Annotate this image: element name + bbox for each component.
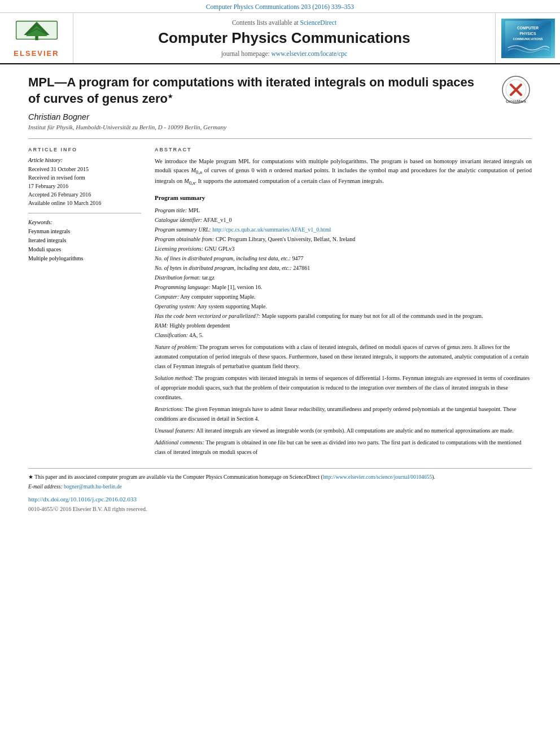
journal-header-center: Contents lists available at ScienceDirec…: [73, 13, 495, 63]
abstract-column: ABSTRACT We introduce the Maple program …: [155, 147, 532, 457]
ps-lines: No. of lines in distributed program, inc…: [155, 254, 532, 263]
history-revised-label: Received in revised form: [28, 173, 141, 182]
header-area: ELSEVIER Contents lists available at Sci…: [0, 13, 560, 64]
footnote-star: ★: [28, 474, 33, 480]
keyword-multiple: Multiple polylogarithms: [28, 254, 141, 263]
abstract-section-label: ABSTRACT: [155, 147, 532, 152]
ps-catalogue: Catalogue identifier: AFAE_v1_0: [155, 215, 532, 225]
svg-text:COMPUTER: COMPUTER: [517, 26, 538, 30]
affiliation: Institut für Physik, Humboldt-Universitä…: [28, 124, 532, 130]
author-name: Christian Bogner: [28, 112, 532, 121]
main-content: MPL—A program for computations with iter…: [0, 64, 560, 523]
footnote-link[interactable]: http://www.elsevier.com/science/journal/…: [323, 474, 432, 480]
ps-restrictions: Restrictions: The given Feynman integral…: [155, 404, 532, 423]
article-title-area: MPL—A program for computations with iter…: [28, 75, 532, 107]
contents-line: Contents lists available at ScienceDirec…: [232, 19, 336, 26]
ps-ram: RAM: Highly problem dependent: [155, 321, 532, 330]
email-link[interactable]: bogner@math.hu-berlin.de: [64, 484, 122, 490]
top-bar: Computer Physics Communications 203 (201…: [0, 0, 560, 13]
ps-obtainable: Program obtainable from: CPC Program Lib…: [155, 234, 532, 244]
ps-nature: Nature of problem: The program serves fo…: [155, 342, 532, 371]
elsevier-label: ELSEVIER: [14, 49, 59, 58]
history-revised-date: 17 February 2016: [28, 182, 141, 190]
keyword-iterated: Iterated integrals: [28, 236, 141, 245]
ps-bytes: No. of bytes in distributed program, inc…: [155, 263, 532, 273]
history-accepted: Accepted 26 February 2016: [28, 190, 141, 199]
copyright-text: 0010-4655/© 2016 Elsevier B.V. All right…: [28, 506, 532, 512]
ps-unusual: Unusual features: All iterated integrals…: [155, 426, 532, 435]
keyword-feynman: Feynman integrals: [28, 227, 141, 236]
keyword-moduli: Moduli spaces: [28, 245, 141, 254]
ps-format: Distribution format: tar.gz: [155, 273, 532, 282]
elsevier-logo-icon: [11, 19, 62, 47]
doi-link[interactable]: http://dx.doi.org/10.1016/j.cpc.2016.02.…: [28, 496, 137, 503]
article-info-label: ARTICLE INFO: [28, 147, 141, 152]
history-label: Article history:: [28, 157, 141, 163]
article-title-text: MPL—A program for computations with iter…: [28, 75, 474, 106]
ps-additional: Additional comments: The program is obta…: [155, 438, 532, 457]
ps-language: Programming language: Maple [1], version…: [155, 282, 532, 292]
sciencedirect-link[interactable]: ScienceDirect: [300, 19, 337, 26]
homepage-line: journal homepage: www.elsevier.com/locat…: [221, 50, 347, 57]
footnote-area: ★ This paper and its associated computer…: [28, 468, 532, 513]
article-history-section: Article history: Received 31 October 201…: [28, 157, 141, 213]
history-received: Received 31 October 2015: [28, 165, 141, 173]
journal-citation: Computer Physics Communications 203 (201…: [206, 3, 354, 10]
svg-text:PHYSICS: PHYSICS: [519, 31, 536, 35]
ps-os: Operating system: Any system supporting …: [155, 302, 532, 311]
homepage-link[interactable]: www.elsevier.com/locate/cpc: [272, 50, 348, 57]
ps-computer: Computer: Any computer supporting Maple.: [155, 292, 532, 302]
cpc-logo-icon: COMPUTER PHYSICS COMMUNICATIONS: [504, 21, 552, 56]
ps-solution: Solution method: The program computes wi…: [155, 373, 532, 402]
abstract-text: We introduce the Maple program MPL for c…: [155, 157, 532, 187]
journal-title: Computer Physics Communications: [158, 29, 410, 47]
svg-text:CrossMark: CrossMark: [506, 99, 526, 103]
ps-classification: Classification: 4A, 5.: [155, 330, 532, 340]
article-info-column: ARTICLE INFO Article history: Received 3…: [28, 147, 141, 457]
ps-url: Program summary URL: http://cpc.cs.qub.a…: [155, 225, 532, 234]
email-line: E-mail address: bogner@math.hu-berlin.de: [28, 483, 532, 491]
history-available: Available online 10 March 2016: [28, 199, 141, 207]
two-column-section: ARTICLE INFO Article history: Received 3…: [28, 138, 532, 457]
ps-licensing: Licensing provisions: GNU GPLv3: [155, 244, 532, 254]
keywords-label: Keywords:: [28, 219, 141, 225]
ps-vectorized: Has the code been vectorized or parallel…: [155, 311, 532, 321]
title-star: ★: [168, 93, 173, 99]
journal-logo-box: COMPUTER PHYSICS COMMUNICATIONS: [501, 19, 555, 58]
journal-logo-area: COMPUTER PHYSICS COMMUNICATIONS: [495, 13, 560, 63]
crossmark-icon: CrossMark: [501, 75, 532, 106]
ps-title: Program title: MPL: [155, 206, 532, 215]
keywords-section: Keywords: Feynman integrals Iterated int…: [28, 219, 141, 263]
elsevier-logo-area: ELSEVIER: [0, 13, 73, 63]
svg-text:COMMUNICATIONS: COMMUNICATIONS: [513, 37, 542, 41]
footnote-main: This paper and its associated computer p…: [34, 474, 435, 480]
footnote-text: ★ This paper and its associated computer…: [28, 473, 532, 481]
program-summary-title: Program summary: [155, 194, 532, 201]
